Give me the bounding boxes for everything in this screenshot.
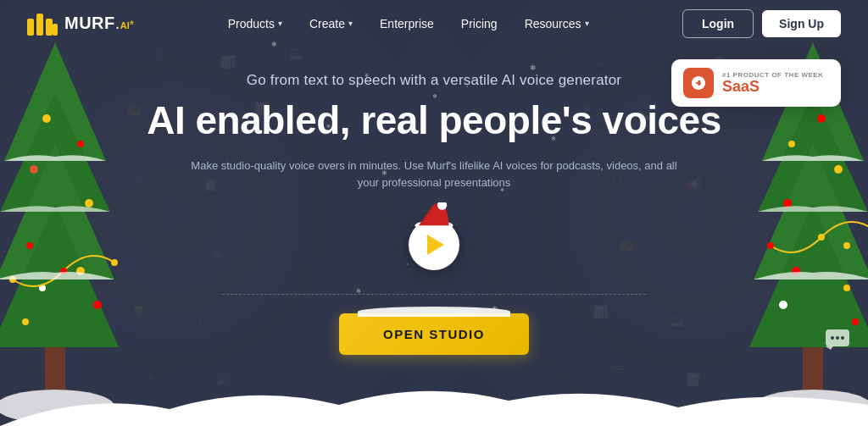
svg-point-32 bbox=[843, 242, 850, 249]
logo-star: * bbox=[130, 18, 134, 31]
svg-point-28 bbox=[817, 114, 826, 123]
christmas-tree-left bbox=[0, 34, 123, 426]
svg-point-34 bbox=[843, 285, 850, 291]
svg-point-17 bbox=[93, 301, 102, 309]
santa-hat-icon bbox=[414, 202, 454, 230]
svg-point-30 bbox=[834, 165, 843, 174]
play-container bbox=[404, 211, 464, 279]
svg-point-41 bbox=[754, 390, 868, 423]
svg-point-21 bbox=[111, 259, 118, 266]
logo[interactable]: MURF . AI * bbox=[27, 12, 134, 36]
svg-point-37 bbox=[767, 242, 774, 249]
logo-ai: AI bbox=[120, 20, 130, 30]
svg-point-10 bbox=[42, 114, 51, 123]
svg-point-13 bbox=[85, 199, 93, 207]
chevron-down-icon: ▾ bbox=[348, 19, 353, 28]
nav-resources[interactable]: Resources ▾ bbox=[515, 10, 599, 37]
logo-brand: MURF bbox=[64, 14, 115, 33]
svg-point-11 bbox=[77, 141, 84, 147]
svg-point-29 bbox=[788, 141, 795, 147]
login-button[interactable]: Login bbox=[682, 9, 754, 38]
play-icon bbox=[427, 235, 444, 255]
svg-rect-22 bbox=[45, 347, 65, 390]
product-badge[interactable]: #1 PRODUCT OF THE WEEK SaaS bbox=[671, 59, 841, 107]
logo-icon bbox=[27, 12, 58, 36]
svg-point-36 bbox=[852, 318, 859, 325]
chat-icon[interactable] bbox=[824, 326, 851, 358]
hero-subtitle: Go from text to speech with a versatile … bbox=[247, 72, 621, 89]
svg-rect-0 bbox=[27, 19, 34, 36]
nav-actions: Login Sign Up bbox=[682, 9, 841, 38]
svg-point-18 bbox=[22, 318, 29, 325]
svg-point-43 bbox=[831, 336, 834, 340]
hero-title: AI enabled, real people's voices bbox=[147, 99, 721, 142]
hero-description: Make studio-quality voice overs in minut… bbox=[180, 158, 688, 193]
nav-pricing[interactable]: Pricing bbox=[451, 10, 508, 37]
nav-products[interactable]: Products ▾ bbox=[218, 10, 292, 37]
nav-create[interactable]: Create ▾ bbox=[299, 10, 363, 37]
navbar: MURF . AI * Products ▾ Create ▾ Enterpri… bbox=[0, 0, 868, 47]
badge-text: #1 PRODUCT OF THE WEEK SaaS bbox=[722, 71, 823, 96]
svg-point-44 bbox=[836, 336, 839, 340]
svg-rect-40 bbox=[803, 347, 823, 390]
chevron-down-icon: ▾ bbox=[585, 19, 589, 28]
product-hunt-icon bbox=[683, 68, 714, 98]
svg-point-23 bbox=[0, 390, 114, 423]
svg-point-38 bbox=[818, 234, 825, 241]
svg-rect-2 bbox=[46, 19, 53, 36]
signup-button[interactable]: Sign Up bbox=[762, 10, 841, 37]
divider bbox=[222, 294, 646, 295]
badge-main-text: SaaS bbox=[722, 79, 823, 96]
nav-links: Products ▾ Create ▾ Enterprise Pricing R… bbox=[218, 10, 599, 37]
svg-point-14 bbox=[26, 242, 33, 249]
chevron-down-icon: ▾ bbox=[278, 19, 282, 28]
snow-ground bbox=[0, 375, 868, 426]
svg-point-12 bbox=[30, 165, 38, 174]
nav-enterprise[interactable]: Enterprise bbox=[370, 10, 444, 37]
open-studio-button[interactable]: OPEN STUDIO bbox=[339, 313, 529, 355]
svg-rect-3 bbox=[53, 24, 58, 36]
svg-rect-1 bbox=[36, 14, 43, 36]
svg-point-35 bbox=[779, 301, 787, 309]
svg-point-45 bbox=[841, 336, 844, 340]
